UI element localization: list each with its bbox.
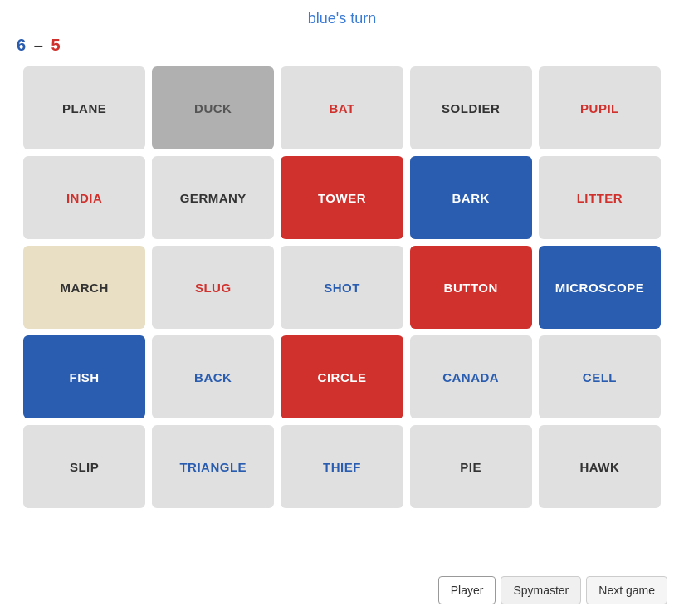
player-button[interactable]: Player [438,576,496,604]
card-microscope[interactable]: MICROSCOPE [539,246,661,329]
score-red: 5 [51,36,60,54]
spymaster-button[interactable]: Spymaster [501,576,581,604]
card-pie[interactable]: PIE [410,425,532,508]
card-button[interactable]: BUTTON [410,246,532,329]
card-back[interactable]: BACK [152,335,274,418]
card-grid: PLANEDUCKBATSOLDIERPUPILINDIAGERMANYTOWE… [0,66,684,508]
card-pupil[interactable]: PUPIL [539,66,661,149]
score-blue: 6 [17,36,26,54]
card-canada[interactable]: CANADA [410,335,532,418]
card-litter[interactable]: LITTER [539,156,661,239]
turn-header: blue's turn [0,0,684,32]
card-cell[interactable]: CELL [539,335,661,418]
card-bark[interactable]: BARK [410,156,532,239]
card-india[interactable]: INDIA [23,156,145,239]
card-triangle[interactable]: TRIANGLE [152,425,274,508]
card-shot[interactable]: SHOT [281,246,403,329]
card-plane[interactable]: PLANE [23,66,145,149]
card-hawk[interactable]: HAWK [539,425,661,508]
score-display: 6 – 5 [0,32,684,63]
footer-buttons: Player Spymaster Next game [438,576,667,604]
card-soldier[interactable]: SOLDIER [410,66,532,149]
card-circle[interactable]: CIRCLE [281,335,403,418]
card-fish[interactable]: FISH [23,335,145,418]
next-game-button[interactable]: Next game [586,576,667,604]
card-duck[interactable]: DUCK [152,66,274,149]
card-thief[interactable]: THIEF [281,425,403,508]
card-slug[interactable]: SLUG [152,246,274,329]
card-tower[interactable]: TOWER [281,156,403,239]
card-bat[interactable]: BAT [281,66,403,149]
card-slip[interactable]: SLIP [23,425,145,508]
card-germany[interactable]: GERMANY [152,156,274,239]
card-march[interactable]: MARCH [23,246,145,329]
score-dash: – [34,36,43,54]
